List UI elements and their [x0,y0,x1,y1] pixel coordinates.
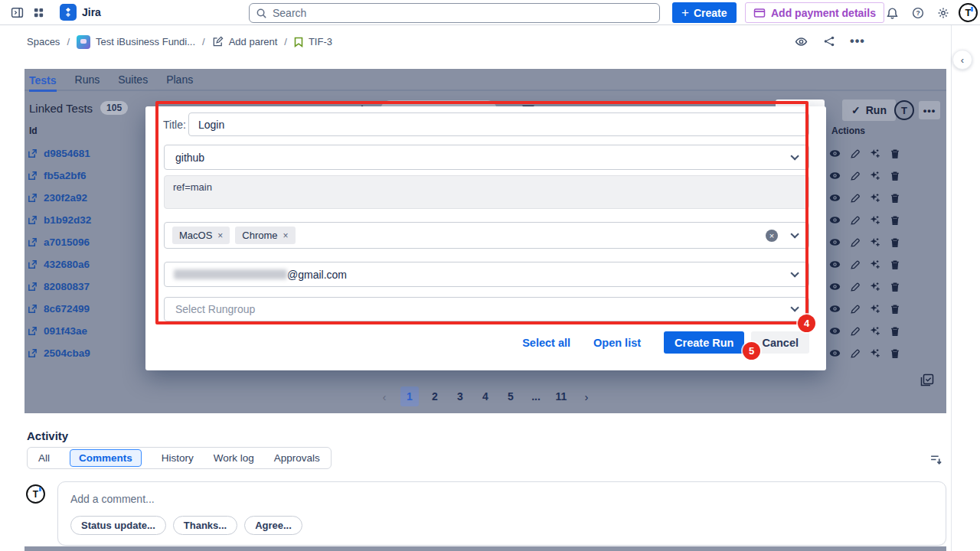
quick-reply-status-update[interactable]: Status update... [70,516,166,535]
app-switcher-icon[interactable] [28,2,49,22]
edit-pencil-icon[interactable] [849,192,861,204]
tab-approvals[interactable]: Approvals [274,452,320,464]
test-link[interactable]: 82080837 [28,276,91,298]
edit-pencil-icon[interactable] [849,303,861,315]
ai-sparkles-icon[interactable] [869,236,880,248]
tag-remove-icon[interactable]: × [217,230,223,241]
view-eye-icon[interactable] [829,170,841,181]
breadcrumb-add-parent[interactable]: Add parent [212,36,278,47]
open-list-link[interactable]: Open list [593,337,641,349]
help-icon[interactable] [907,3,929,23]
add-payment-details-button[interactable]: Add payment details [745,2,884,23]
delete-trash-icon[interactable] [889,148,900,159]
create-run-button[interactable]: Create Run [664,331,744,354]
jira-logo-icon[interactable] [60,4,77,21]
edit-pencil-icon[interactable] [849,236,861,248]
test-link[interactable]: 8c672499 [28,298,91,320]
user-avatar[interactable]: T [959,3,978,22]
ai-sparkles-icon[interactable] [869,259,880,270]
sidebar-toggle-icon[interactable] [6,2,28,22]
breadcrumb-spaces[interactable]: Spaces [27,36,60,47]
delete-trash-icon[interactable] [889,281,900,292]
tab-runs[interactable]: Runs [75,70,100,89]
ai-sparkles-icon[interactable] [869,214,880,226]
tab-tests[interactable]: Tests [29,71,57,92]
edit-pencil-icon[interactable] [849,325,861,337]
test-link[interactable]: 091f43ae [28,320,91,342]
rungroup-select[interactable]: Select Rungroup [164,297,809,321]
delete-trash-icon[interactable] [889,303,900,315]
settings-gear-icon[interactable] [933,3,954,23]
quick-reply-thanks[interactable]: Thanks... [173,516,237,535]
page-button-4[interactable]: 4 [476,386,495,406]
delete-trash-icon[interactable] [889,192,900,204]
testomatio-logo-icon[interactable]: T [894,100,914,120]
breadcrumb-issue-key[interactable]: TIF-3 [294,36,332,47]
ai-sparkles-icon[interactable] [869,281,880,292]
page-next-button[interactable]: › [577,386,596,406]
delete-trash-icon[interactable] [889,259,900,270]
test-link[interactable]: 432680a6 [28,253,91,276]
page-button-3[interactable]: 3 [451,386,469,406]
ai-sparkles-icon[interactable] [869,170,880,181]
view-eye-icon[interactable] [829,236,841,248]
edit-pencil-icon[interactable] [849,148,861,159]
breadcrumb-space-link[interactable]: Test iBusiness Fundi... [77,35,195,49]
view-eye-icon[interactable] [829,281,841,292]
test-link[interactable]: a7015096 [28,231,91,253]
test-link[interactable]: 2504cba9 [28,342,91,364]
page-button-5[interactable]: 5 [501,386,520,406]
edit-pencil-icon[interactable] [849,281,861,292]
clear-all-icon[interactable]: × [766,230,778,242]
edit-pencil-icon[interactable] [849,347,861,359]
view-eye-icon[interactable] [829,347,841,359]
delete-trash-icon[interactable] [889,214,900,226]
environment-multiselect[interactable]: MacOS × Chrome × × [164,222,809,249]
test-link[interactable]: 230f2a92 [28,187,91,209]
watch-eye-icon[interactable] [790,31,812,52]
tab-suites[interactable]: Suites [118,70,148,89]
ai-sparkles-icon[interactable] [869,325,880,337]
title-input[interactable]: Login [188,112,809,136]
view-eye-icon[interactable] [829,148,841,159]
page-button-2[interactable]: 2 [426,386,444,406]
view-eye-icon[interactable] [829,214,841,226]
tab-plans[interactable]: Plans [166,70,193,89]
test-link[interactable]: b1b92d32 [28,209,91,231]
tab-comments[interactable]: Comments [70,449,142,467]
page-prev-button[interactable]: ‹ [375,386,394,406]
test-link[interactable]: d9854681 [28,142,91,165]
ref-textarea[interactable]: ref=main [164,175,809,209]
edit-pencil-icon[interactable] [849,259,861,270]
edit-pencil-icon[interactable] [849,214,861,226]
search-input[interactable]: Search [249,3,660,23]
tab-all[interactable]: All [38,452,50,464]
view-eye-icon[interactable] [829,192,841,204]
view-eye-icon[interactable] [829,303,841,315]
tab-history[interactable]: History [162,452,194,464]
assignee-select[interactable]: @gmail.com [164,262,809,287]
test-link[interactable]: fb5a2bf6 [28,165,91,187]
view-eye-icon[interactable] [829,259,841,270]
more-options-icon[interactable]: ••• [847,31,868,52]
ai-sparkles-icon[interactable] [869,347,880,359]
panel-more-button[interactable]: ••• [919,101,940,119]
view-eye-icon[interactable] [829,325,841,337]
collapse-panel-button[interactable]: ‹ [952,50,972,70]
sort-icon[interactable] [929,453,942,466]
ai-sparkles-icon[interactable] [869,148,880,159]
ai-sparkles-icon[interactable] [869,192,880,204]
delete-trash-icon[interactable] [889,325,900,337]
select-all-link[interactable]: Select all [522,337,570,349]
ai-sparkles-icon[interactable] [869,303,880,315]
share-icon[interactable] [818,31,840,52]
delete-trash-icon[interactable] [889,347,900,359]
create-button[interactable]: + Create [672,2,737,23]
tag-remove-icon[interactable]: × [283,230,289,241]
delete-trash-icon[interactable] [889,236,900,248]
notifications-icon[interactable] [881,3,903,23]
project-select[interactable]: github [164,145,809,170]
tab-work-log[interactable]: Work log [214,452,254,464]
page-button-11[interactable]: 11 [552,386,570,406]
comment-box[interactable]: Add a comment... Status update... Thanks… [57,481,946,546]
